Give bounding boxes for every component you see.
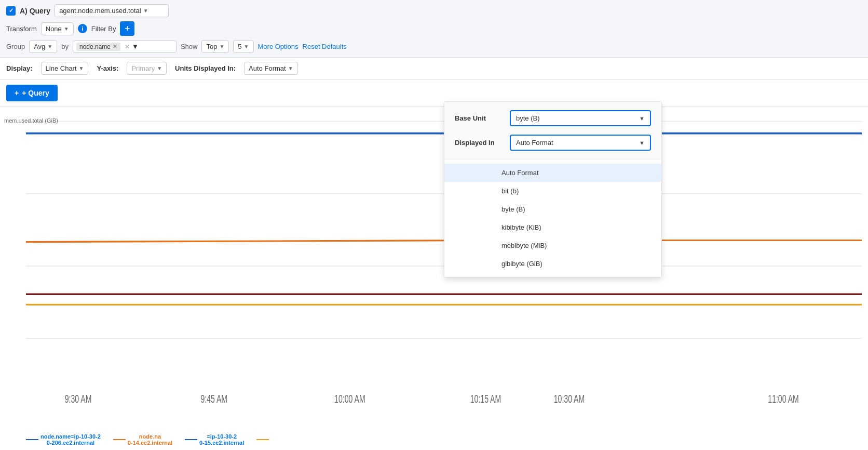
add-query-button[interactable]: + + Query: [6, 85, 58, 101]
transform-select[interactable]: None ▼: [41, 22, 74, 35]
group-tag: node.name ✕: [76, 43, 120, 51]
svg-text:9:45 AM: 9:45 AM: [200, 392, 227, 405]
dropdown-panel-header: Base Unit byte (B) ▼ Displayed In Auto F…: [444, 102, 661, 160]
displayed-in-value: Auto Format: [516, 139, 553, 147]
displayed-in-label: Displayed In: [455, 139, 501, 147]
legend-line-3: [185, 439, 197, 440]
units-arrow-icon: ▼: [288, 65, 293, 71]
add-query-label: + Query: [22, 89, 49, 97]
group-tag-close-icon[interactable]: ✕: [113, 43, 117, 50]
metric-arrow-icon: ▼: [143, 8, 148, 14]
base-unit-label: Base Unit: [455, 114, 501, 122]
option-gibibyte[interactable]: gibibyte (GiB): [444, 255, 661, 273]
option-byte[interactable]: byte (B): [444, 200, 661, 218]
group-by-arrows: ✕ ▼: [125, 43, 139, 50]
yaxis-value: Primary: [131, 64, 155, 72]
transform-value: None: [46, 25, 62, 33]
base-unit-value: byte (B): [516, 114, 540, 122]
option-bit[interactable]: bit (b): [444, 182, 661, 200]
yaxis-select[interactable]: Primary ▼: [127, 62, 167, 75]
units-label: Units Displayed In:: [175, 64, 236, 72]
more-options-link[interactable]: More Options: [258, 43, 299, 50]
display-bar: Display: Line Chart ▼ Y-axis: Primary ▼ …: [0, 58, 868, 80]
units-value: Auto Format: [249, 64, 286, 72]
chart-type-select[interactable]: Line Chart ▼: [41, 62, 89, 75]
dropdown-options-list: Auto Format bit (b) byte (B) kibibyte (K…: [444, 160, 661, 277]
svg-text:10:00 AM: 10:00 AM: [334, 392, 365, 405]
displayed-in-arrow-icon: ▼: [639, 140, 645, 146]
toolbar-row-transform: Transform None ▼ i Filter By +: [6, 21, 862, 36]
svg-text:10:30 AM: 10:30 AM: [554, 392, 585, 405]
tag-input-arrow-icon[interactable]: ▼: [132, 43, 139, 50]
clear-icon[interactable]: ✕: [125, 43, 130, 50]
chart-type-value: Line Chart: [46, 64, 77, 72]
option-mebibyte[interactable]: mebibyte (MiB): [444, 236, 661, 255]
add-query-bar: + + Query: [0, 80, 868, 107]
toolbar-row-query: A) Query agent.node.mem.used.total ▼: [6, 4, 862, 17]
svg-text:9:30 AM: 9:30 AM: [65, 392, 92, 405]
info-icon[interactable]: i: [78, 24, 87, 33]
transform-label: Transform: [6, 25, 37, 33]
yaxis-label: Y-axis:: [97, 64, 118, 72]
legend-line-1: [26, 439, 38, 440]
base-unit-row: Base Unit byte (B) ▼: [455, 110, 651, 126]
chart-legend: node.name=ip-10-30-20-206.ec2.internal n…: [26, 433, 868, 446]
reset-defaults-link[interactable]: Reset Defaults: [303, 43, 347, 50]
legend-item-4: [256, 433, 269, 446]
filter-label: Filter By: [91, 25, 116, 33]
legend-text-2: node.na0-14.ec2.internal: [128, 433, 172, 446]
add-query-icon: +: [15, 89, 19, 97]
show-top-arrow-icon: ▼: [219, 44, 224, 49]
group-by-input[interactable]: node.name ✕ ✕ ▼: [73, 41, 177, 53]
query-checkbox-group: A) Query: [6, 6, 50, 16]
option-auto-format[interactable]: Auto Format: [444, 164, 661, 182]
chart-y-label: mem.used.total (GiB): [4, 117, 58, 124]
chart-area: mem.used.total (GiB) 20 15 10 5 9:30 AM …: [0, 107, 868, 450]
filter-add-button[interactable]: +: [120, 21, 134, 36]
legend-line-2: [113, 439, 126, 440]
transform-arrow-icon: ▼: [64, 26, 69, 32]
group-avg-arrow-icon: ▼: [47, 44, 52, 49]
display-label: Display:: [6, 64, 33, 72]
displayed-in-row: Displayed In Auto Format ▼: [455, 135, 651, 151]
yaxis-arrow-icon: ▼: [157, 65, 162, 71]
displayed-in-select[interactable]: Auto Format ▼: [510, 135, 651, 151]
legend-text-1: node.name=ip-10-30-20-206.ec2.internal: [40, 433, 101, 446]
metric-value: agent.node.mem.used.total: [59, 7, 141, 15]
query-checkbox[interactable]: [6, 6, 16, 16]
show-label: Show: [181, 43, 198, 50]
units-dropdown-panel: Base Unit byte (B) ▼ Displayed In Auto F…: [444, 101, 662, 277]
group-avg-select[interactable]: Avg ▼: [29, 40, 57, 53]
base-unit-select[interactable]: byte (B) ▼: [510, 110, 651, 126]
show-top-value: Top: [206, 43, 217, 50]
show-count-value: 5: [238, 43, 241, 50]
svg-text:11:00 AM: 11:00 AM: [768, 392, 799, 405]
by-label: by: [61, 43, 69, 50]
group-tag-value: node.name: [79, 43, 111, 50]
toolbar-row-group: Group Avg ▼ by node.name ✕ ✕ ▼ Show Top …: [6, 40, 862, 53]
legend-line-4: [256, 439, 269, 440]
option-kibibyte[interactable]: kibibyte (KiB): [444, 218, 661, 236]
show-count-select[interactable]: 5 ▼: [233, 40, 253, 53]
group-label: Group: [6, 43, 25, 50]
legend-item-1: node.name=ip-10-30-20-206.ec2.internal: [26, 433, 101, 446]
show-top-select[interactable]: Top ▼: [201, 40, 229, 53]
legend-item-3: =ip-10-30-20-15.ec2.internal: [185, 433, 244, 446]
legend-text-3: =ip-10-30-20-15.ec2.internal: [199, 433, 244, 446]
show-count-arrow-icon: ▼: [244, 44, 249, 49]
svg-line-15: [26, 240, 496, 242]
query-label: A) Query: [20, 7, 50, 15]
group-avg-value: Avg: [34, 43, 45, 50]
units-select[interactable]: Auto Format ▼: [244, 62, 297, 75]
chart-type-arrow-icon: ▼: [79, 65, 84, 71]
base-unit-arrow-icon: ▼: [639, 115, 645, 122]
metric-select[interactable]: agent.node.mem.used.total ▼: [55, 4, 169, 17]
svg-text:10:15 AM: 10:15 AM: [470, 392, 501, 405]
legend-item-2: node.na0-14.ec2.internal: [113, 433, 172, 446]
toolbar: A) Query agent.node.mem.used.total ▼ Tra…: [0, 0, 868, 58]
main-container: A) Query agent.node.mem.used.total ▼ Tra…: [0, 0, 868, 450]
